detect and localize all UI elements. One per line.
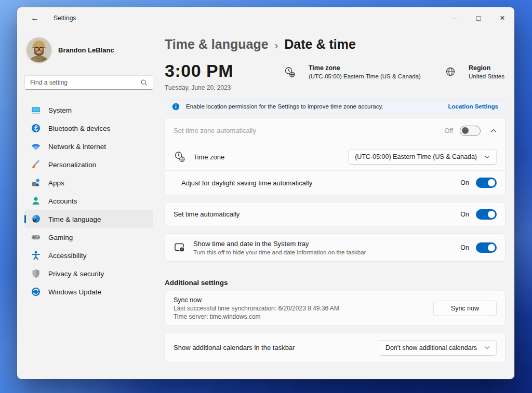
settings-window: ← Settings – □ × [17, 7, 514, 379]
maximize-button[interactable]: □ [467, 7, 490, 29]
system-icon [31, 105, 41, 115]
sidebar-item-system[interactable]: System [24, 101, 153, 119]
minimize-button[interactable]: – [443, 7, 467, 29]
avatar [26, 37, 51, 62]
personalization-brush-icon [31, 159, 41, 170]
sidebar-item-label: Gaming [48, 234, 73, 241]
chevron-down-icon [484, 346, 490, 349]
sidebar-item-label: Accounts [48, 197, 77, 205]
sidebar-item-label: Accessibility [48, 252, 87, 260]
sidebar-item-gaming[interactable]: Gaming [24, 228, 153, 246]
window-controls: – □ × [443, 7, 514, 29]
timezone-overview: Time zone (UTC-05:00) Eastern Time (US &… [284, 64, 421, 79]
sidebar-item-label: Time & language [48, 215, 101, 223]
sidebar-item-network[interactable]: Network & internet [24, 138, 153, 155]
timezone-dropdown[interactable]: (UTC-05:00) Eastern Time (US & Canada) [348, 149, 497, 165]
sidebar-nav: System Bluetooth & devices Network & int… [24, 101, 153, 301]
calendars-label: Show additional calendars in the taskbar [174, 344, 295, 351]
accessibility-person-icon [31, 250, 41, 261]
set-timezone-auto-label: Set time zone automatically [174, 127, 256, 134]
sync-last-line: Last successful time synchronization: 6/… [174, 305, 339, 312]
dst-state: On [460, 179, 469, 186]
timezone-overview-title: Time zone [309, 64, 421, 72]
sync-now-button[interactable]: Sync now [433, 301, 497, 316]
dst-label: Adjust for daylight saving time automati… [181, 179, 312, 187]
region-overview-title: Region [469, 64, 504, 72]
page-title: Date & time [284, 37, 356, 52]
update-arrows-icon [31, 287, 41, 297]
systray-card: Show time and date in the System tray Tu… [165, 233, 506, 262]
sidebar-item-privacy[interactable]: Privacy & security [24, 265, 153, 282]
sidebar-item-label: Personalization [48, 161, 96, 169]
set-timezone-auto-toggle[interactable] [460, 126, 481, 136]
sidebar: Brandon LeBlanc System Bluetooth & devic… [17, 29, 162, 379]
systray-state: On [460, 244, 469, 251]
sidebar-item-label: System [48, 106, 72, 114]
calendars-dropdown[interactable]: Don't show additional calendars [379, 340, 497, 356]
gamepad-icon [31, 232, 41, 242]
sidebar-item-label: Windows Update [48, 288, 101, 296]
sidebar-item-accessibility[interactable]: Accessibility [24, 247, 153, 264]
app-title: Settings [54, 15, 76, 22]
additional-settings-heading: Additional settings [165, 279, 506, 287]
sidebar-item-label: Privacy & security [48, 270, 104, 278]
sidebar-item-label: Bluetooth & devices [48, 125, 110, 132]
sidebar-item-label: Network & internet [48, 143, 106, 151]
dst-toggle[interactable] [476, 178, 497, 188]
main-content: Time & language › Date & time 3:00 PM Tu… [165, 29, 506, 379]
breadcrumb-parent[interactable]: Time & language [165, 37, 269, 52]
breadcrumb-separator-icon: › [275, 39, 278, 51]
chevron-up-icon[interactable] [490, 129, 497, 133]
location-permission-banner: Enable location permission for the Setti… [165, 99, 506, 114]
set-timezone-auto-header[interactable]: Set time zone automatically Off [165, 118, 505, 143]
account-header[interactable]: Brandon LeBlanc [26, 37, 153, 62]
set-time-auto-label: Set time automatically [174, 210, 240, 218]
timezone-dropdown-value: (UTC-05:00) Eastern Time (US & Canada) [355, 153, 477, 160]
systray-toggle[interactable] [476, 242, 497, 253]
systray-description: Turn this off to hide your time and date… [193, 249, 366, 255]
current-date: Tuesday, June 20, 2023 [165, 84, 233, 91]
set-timezone-auto-state: Off [445, 127, 453, 134]
timezone-clock-globe-icon [284, 66, 296, 79]
clock-icon [31, 214, 41, 224]
overview-blocks: Time zone (UTC-05:00) Eastern Time (US &… [284, 64, 506, 79]
sidebar-item-time-language[interactable]: Time & language [24, 210, 153, 228]
sidebar-item-label: Apps [48, 179, 64, 187]
titlebar: ← Settings – □ × [17, 7, 514, 29]
accounts-person-icon [31, 196, 41, 206]
bluetooth-icon [31, 123, 41, 133]
set-time-auto-card: Set time automatically On [165, 202, 506, 226]
current-time: 3:00 PM [165, 62, 233, 79]
dst-row: Adjust for daylight saving time automati… [165, 170, 505, 195]
current-time-block: 3:00 PM Tuesday, June 20, 2023 [165, 62, 233, 91]
sidebar-item-windows-update[interactable]: Windows Update [24, 283, 153, 301]
set-time-auto-toggle[interactable] [476, 209, 497, 220]
calendars-dropdown-value: Don't show additional calendars [385, 344, 477, 351]
search-input[interactable] [30, 79, 140, 86]
sidebar-item-bluetooth[interactable]: Bluetooth & devices [24, 119, 153, 137]
timezone-overview-value: (UTC-05:00) Eastern Time (US & Canada) [309, 73, 421, 79]
shield-icon [31, 268, 41, 279]
close-button[interactable]: × [490, 7, 514, 29]
banner-message: Enable location permission for the Setti… [186, 103, 383, 110]
sidebar-item-personalization[interactable]: Personalization [24, 156, 153, 173]
region-globe-icon [445, 66, 456, 79]
clock-overview-row: 3:00 PM Tuesday, June 20, 2023 Time zone… [165, 62, 506, 91]
sidebar-item-apps[interactable]: Apps [24, 174, 153, 192]
network-icon [31, 141, 41, 152]
apps-icon [31, 178, 41, 188]
region-overview-value: United States [469, 73, 504, 79]
location-settings-link[interactable]: Location Settings [448, 103, 498, 110]
taskbar-clock-icon [174, 241, 186, 254]
region-overview: Region United States [445, 64, 504, 79]
set-timezone-auto-card: Set time zone automatically Off Time zon… [165, 118, 506, 195]
calendars-card: Show additional calendars in the taskbar… [165, 333, 506, 362]
set-time-auto-state: On [460, 211, 469, 218]
back-button[interactable]: ← [28, 11, 42, 25]
systray-label: Show time and date in the System tray [193, 240, 366, 248]
sync-server-line: Time server: time.windows.com [174, 313, 339, 320]
timezone-row-label: Time zone [193, 153, 224, 161]
breadcrumb: Time & language › Date & time [165, 37, 506, 52]
sync-title: Sync now [174, 296, 339, 304]
sidebar-item-accounts[interactable]: Accounts [24, 192, 153, 210]
